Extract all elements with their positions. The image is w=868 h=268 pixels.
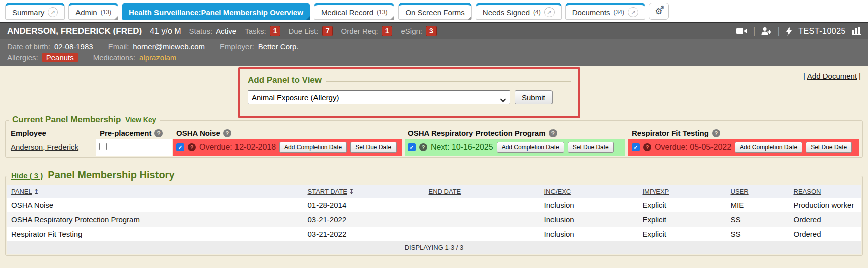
tab-count: (13) bbox=[101, 9, 111, 16]
current-panel-legend: Current Panel Membership bbox=[12, 115, 121, 125]
paging-status: DISPLAYING 1-3 / 3 bbox=[7, 241, 861, 254]
help-icon[interactable]: ? bbox=[223, 129, 231, 137]
status-help-icon[interactable]: ? bbox=[419, 143, 427, 151]
video-camera-icon[interactable] bbox=[736, 27, 747, 35]
patient-name: ANDERSON, FREDERICK (FRED) bbox=[7, 26, 142, 36]
help-icon[interactable]: ? bbox=[712, 129, 720, 137]
app-window: Summary ↗ Admin (13) Health Surveillance… bbox=[0, 0, 868, 268]
inc-exc-column-header: INC/EXC bbox=[540, 185, 639, 198]
inc-exc-cell: Inclusion bbox=[540, 198, 639, 212]
member-checkbox[interactable]: ✓ bbox=[632, 143, 640, 151]
external-link-icon[interactable]: ↗ bbox=[628, 7, 638, 17]
add-completion-date-button[interactable]: Add Completion Date bbox=[497, 142, 564, 153]
employer-value: Better Corp. bbox=[258, 42, 299, 51]
tab-needs-signed[interactable]: Needs Signed (4) ↗ bbox=[476, 3, 562, 20]
help-icon[interactable]: ? bbox=[549, 129, 557, 137]
member-checkbox[interactable]: ✓ bbox=[408, 143, 416, 151]
history-row[interactable]: OSHA Noise 01-28-2014 Inclusion Explicit… bbox=[7, 198, 861, 212]
tab-fold-corner bbox=[114, 16, 118, 20]
end-date-column-header: END DATE bbox=[425, 185, 540, 198]
tasks-count-badge[interactable]: 1 bbox=[270, 26, 281, 36]
add-completion-date-button[interactable]: Add Completion Date bbox=[279, 142, 347, 153]
user-cell: SS bbox=[727, 212, 790, 227]
lightning-icon[interactable] bbox=[786, 27, 792, 36]
tab-count: (13) bbox=[377, 9, 387, 16]
status-value: Active bbox=[216, 27, 236, 35]
external-link-icon[interactable]: ↗ bbox=[544, 7, 555, 17]
panel-select[interactable]: Animal Exposure (Allergy) bbox=[248, 90, 510, 104]
dob-label: Date of birth: bbox=[7, 42, 50, 51]
tab-health-surveillance-panel-membership-overview[interactable]: Health Surveillance:Panel Membership Ove… bbox=[122, 3, 310, 20]
current-panel-table: Employee Pre-placement ? OSHA Noise ? OS… bbox=[7, 127, 861, 156]
settings-gears-button[interactable]: ⚙ ⚙ bbox=[649, 3, 669, 20]
imp-exp-cell: Explicit bbox=[639, 198, 727, 212]
end-date-header-link[interactable]: END DATE bbox=[429, 188, 461, 195]
user-header-link[interactable]: USER bbox=[731, 188, 749, 195]
view-key-link[interactable]: View Key bbox=[125, 116, 156, 124]
member-checkbox[interactable]: ✓ bbox=[176, 143, 184, 151]
panel-header-label: Respirator Fit Testing bbox=[632, 129, 709, 137]
history-header-row: PANEL↥ START DATE↧ END DATE INC/EXC IMP/… bbox=[7, 185, 861, 198]
tab-fold-corner bbox=[468, 16, 471, 20]
esign-count-badge[interactable]: 3 bbox=[426, 26, 437, 36]
history-row[interactable]: Respirator Fit Testing 03-21-2022 Inclus… bbox=[7, 227, 861, 241]
status-help-icon[interactable]: ? bbox=[188, 143, 196, 151]
set-due-date-button[interactable]: Set Due Date bbox=[350, 142, 397, 153]
add-completion-date-button[interactable]: Add Completion Date bbox=[735, 142, 802, 153]
reason-cell: Ordered bbox=[790, 212, 861, 227]
panel-membership-history-fieldset: Hide ( 3 ) Panel Membership History PANE… bbox=[5, 176, 863, 256]
patient-details: Date of birth: 02-08-1983 Email: horner@… bbox=[0, 39, 868, 66]
external-link-icon[interactable]: ↗ bbox=[48, 7, 58, 17]
inc-exc-cell: Inclusion bbox=[540, 212, 639, 227]
due-list-count-badge[interactable]: 7 bbox=[322, 26, 333, 36]
inc-exc-header-link[interactable]: INC/EXC bbox=[544, 188, 571, 195]
esign-group: eSign: 3 bbox=[401, 26, 436, 36]
panel-header-link[interactable]: PANEL bbox=[11, 188, 32, 195]
submit-button[interactable]: Submit bbox=[515, 90, 553, 104]
set-due-date-button[interactable]: Set Due Date bbox=[806, 142, 852, 153]
end-date-cell bbox=[425, 198, 540, 212]
tab-on-screen-forms[interactable]: On Screen Forms bbox=[398, 3, 471, 20]
status-help-icon[interactable]: ? bbox=[643, 143, 651, 151]
imp-exp-column-header: IMP/EXP bbox=[639, 185, 727, 198]
set-due-date-button[interactable]: Set Due Date bbox=[568, 142, 614, 153]
tab-label: On Screen Forms bbox=[405, 8, 464, 17]
start-date-header-link[interactable]: START DATE bbox=[308, 188, 348, 195]
tasks-group: Tasks: 1 bbox=[245, 26, 280, 36]
employee-link[interactable]: Anderson, Frederick bbox=[11, 143, 78, 151]
history-row[interactable]: OSHA Respiratory Protection Program 03-2… bbox=[7, 212, 861, 227]
sort-descending-icon[interactable]: ↧ bbox=[349, 188, 354, 195]
add-person-icon[interactable] bbox=[761, 27, 771, 35]
tab-summary[interactable]: Summary ↗ bbox=[5, 3, 65, 20]
red-annotation-box: Add Panel to View Animal Exposure (Aller… bbox=[238, 67, 580, 118]
tab-count: (34) bbox=[614, 9, 624, 16]
tab-fold-corner bbox=[390, 16, 394, 20]
tab-documents[interactable]: Documents (34) ↗ bbox=[565, 3, 645, 20]
status-label: Status: bbox=[189, 27, 213, 35]
panel-cell: Respirator Fit Testing bbox=[7, 227, 304, 241]
tab-label: Summary bbox=[12, 8, 44, 17]
imp-exp-header-link[interactable]: IMP/EXP bbox=[643, 188, 669, 195]
sort-ascending-icon[interactable]: ↥ bbox=[34, 188, 39, 195]
medication-value[interactable]: alprazolam bbox=[139, 53, 176, 62]
hide-history-link[interactable]: Hide ( 3 ) bbox=[11, 171, 43, 180]
email-label: Email: bbox=[108, 42, 129, 51]
help-icon[interactable]: ? bbox=[154, 129, 163, 137]
header-icon-group: | | TEST-10025 bbox=[736, 26, 861, 36]
order-req-label: Order Req: bbox=[341, 27, 378, 35]
order-req-count-badge[interactable]: 1 bbox=[382, 26, 393, 36]
user-column-header: USER bbox=[727, 185, 790, 198]
reason-column-header: REASON bbox=[790, 185, 861, 198]
preplacement-header-label: Pre-placement bbox=[100, 129, 151, 137]
chart-id: TEST-10025 bbox=[798, 27, 846, 36]
add-document-link[interactable]: Add Document bbox=[807, 72, 857, 80]
start-date-cell: 01-28-2014 bbox=[304, 198, 425, 212]
tab-admin[interactable]: Admin (13) bbox=[68, 3, 118, 20]
allergy-badge[interactable]: Peanuts bbox=[42, 53, 78, 62]
tab-medical-record[interactable]: Medical Record (13) bbox=[314, 3, 395, 20]
flowsheet-chart-icon[interactable] bbox=[852, 27, 861, 35]
reason-header-link[interactable]: REASON bbox=[794, 188, 821, 195]
history-footer-row: DISPLAYING 1-3 / 3 bbox=[7, 241, 861, 254]
tab-label: Documents bbox=[572, 8, 610, 17]
preplacement-checkbox[interactable] bbox=[99, 143, 107, 150]
